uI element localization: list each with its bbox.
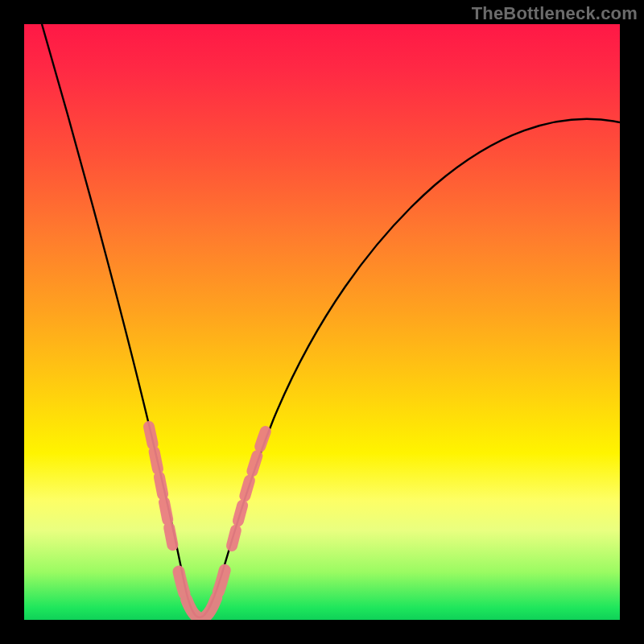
curve-overlay [24, 24, 620, 620]
bottleneck-curve [42, 24, 620, 617]
chart-frame: TheBottleneck.com [0, 0, 644, 644]
highlight-bottom [179, 568, 225, 618]
highlight-left [149, 427, 174, 551]
highlight-right [232, 427, 267, 546]
brand-watermark: TheBottleneck.com [472, 3, 638, 24]
